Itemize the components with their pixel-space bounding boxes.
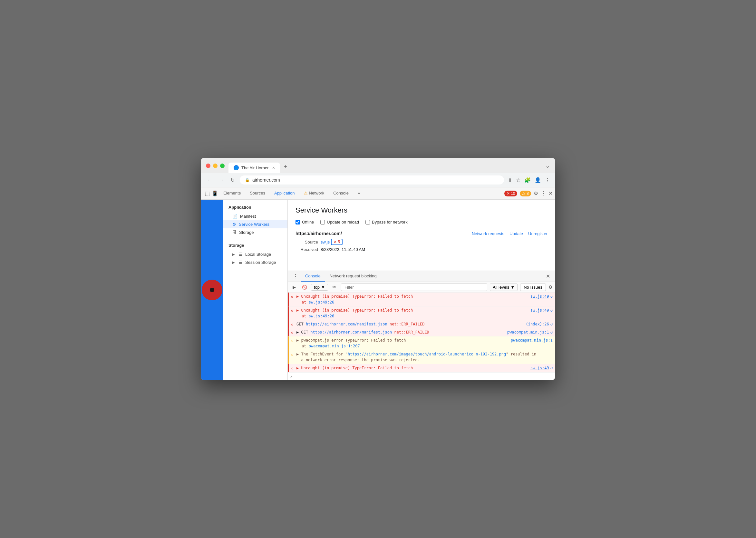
manifest-icon: 📄 bbox=[232, 214, 238, 219]
log-get-3: ▶ GET bbox=[297, 330, 310, 335]
log-reload-0[interactable]: ↺ bbox=[550, 294, 553, 299]
error-count-badge[interactable]: ✕ 10 bbox=[504, 190, 517, 196]
log-url-2[interactable]: https://airhorner.com/manifest.json bbox=[306, 322, 387, 326]
bypass-checkbox[interactable] bbox=[365, 220, 370, 225]
log-reload-1[interactable]: ↺ bbox=[550, 307, 553, 313]
sidebar-local-storage-label: Local Storage bbox=[245, 252, 271, 257]
update-link[interactable]: Update bbox=[509, 231, 523, 236]
log-text-5: ▶ The FetchEvent for "https://airhorner.… bbox=[297, 352, 536, 362]
log-link-4[interactable]: pwacompat.min.js:1:207 bbox=[309, 344, 360, 349]
devtools-more-icon[interactable]: ⋮ bbox=[541, 190, 546, 196]
error-icon-0: ✕ bbox=[291, 294, 293, 299]
offline-checkbox[interactable] bbox=[296, 220, 300, 225]
log-reload-2[interactable]: ↺ bbox=[550, 321, 553, 327]
execute-button[interactable]: ▶ bbox=[290, 283, 298, 291]
context-selector[interactable]: top ▼ bbox=[311, 284, 328, 291]
share-icon[interactable]: ⬆ bbox=[508, 177, 512, 183]
bookmark-icon[interactable]: ☆ bbox=[516, 177, 520, 183]
warn-badge-icon: ⚠ bbox=[522, 191, 526, 196]
log-content-1: ▶ Uncaught (in promise) TypeError: Faile… bbox=[297, 307, 525, 319]
error-icon-2: ✕ bbox=[291, 322, 293, 327]
sidebar-item-service-workers[interactable]: ⚙ Service Workers bbox=[223, 220, 287, 228]
traffic-light-yellow[interactable] bbox=[213, 164, 217, 168]
log-url-3[interactable]: https://airhorner.com/manifest.json bbox=[310, 330, 392, 335]
network-requests-link[interactable]: Network requests bbox=[472, 231, 504, 236]
tab-more[interactable]: » bbox=[353, 188, 364, 199]
new-tab-button[interactable]: + bbox=[280, 161, 291, 173]
sw-received-row: Received 8/23/2022, 11:51:40 AM bbox=[296, 247, 547, 252]
error-count-badge-source[interactable]: ✕ 5 bbox=[331, 239, 343, 245]
log-source-4[interactable]: pwacompat.min.js:1 bbox=[506, 337, 553, 343]
address-input-box[interactable]: 🔒 airhorner.com bbox=[240, 176, 504, 185]
devtools-close-icon[interactable]: ✕ bbox=[548, 190, 553, 196]
profile-icon[interactable]: 👤 bbox=[535, 177, 541, 183]
clear-console-button[interactable]: 🚫 bbox=[301, 283, 308, 291]
log-source-2[interactable]: (index):26 bbox=[521, 321, 549, 327]
lock-icon: 🔒 bbox=[245, 178, 250, 182]
sidebar-item-local-storage[interactable]: ▶ ☰ Local Storage bbox=[223, 250, 287, 258]
devtools-inspect-icon[interactable]: ⬚ bbox=[203, 189, 211, 197]
tab-close-button[interactable]: × bbox=[272, 165, 275, 170]
console-tab-console[interactable]: Console bbox=[301, 271, 325, 282]
offline-option[interactable]: Offline bbox=[296, 220, 314, 225]
log-source-3[interactable]: pwacompat.min.js:1 bbox=[502, 329, 549, 335]
console-menu-button[interactable]: ⋮ bbox=[290, 271, 301, 281]
sidebar-item-session-storage[interactable]: ▶ ☰ Session Storage bbox=[223, 258, 287, 266]
update-on-reload-checkbox[interactable] bbox=[320, 220, 325, 225]
sw-source-file-link[interactable]: sw.js bbox=[321, 240, 330, 244]
browser-tab[interactable]: 🌐 The Air Horner × bbox=[228, 163, 280, 173]
bypass-option[interactable]: Bypass for network bbox=[365, 220, 408, 225]
log-link-0[interactable]: sw.js:49:26 bbox=[309, 300, 334, 304]
devtools-mobile-icon[interactable]: 📱 bbox=[211, 189, 219, 197]
error-badge-icon: ✕ bbox=[506, 191, 510, 196]
reload-button[interactable]: ↻ bbox=[229, 176, 236, 185]
tab-sources[interactable]: Sources bbox=[245, 188, 270, 199]
record-button[interactable] bbox=[202, 280, 222, 300]
console-close-button[interactable]: ✕ bbox=[543, 271, 553, 281]
tab-console[interactable]: Console bbox=[329, 188, 353, 199]
unregister-link[interactable]: Unregister bbox=[528, 231, 547, 236]
log-link-1[interactable]: sw.js:49:26 bbox=[309, 314, 334, 318]
tab-elements[interactable]: Elements bbox=[219, 188, 245, 199]
extension-icon[interactable]: 🧩 bbox=[524, 177, 531, 183]
console-settings-icon[interactable]: ⚙ bbox=[548, 285, 553, 290]
log-source-0[interactable]: sw.js:49 bbox=[525, 294, 549, 299]
log-content-5: ▶ The FetchEvent for "https://airhorner.… bbox=[297, 351, 553, 363]
log-reload-3[interactable]: ↺ bbox=[550, 329, 553, 335]
log-source-6[interactable]: sw.js:49 bbox=[525, 365, 549, 371]
sidebar-storage-heading: Storage bbox=[223, 240, 287, 250]
traffic-light-red[interactable] bbox=[206, 164, 211, 168]
menu-icon[interactable]: ⋮ bbox=[545, 177, 550, 183]
console-panel: ⋮ Console Network request blocking ✕ ▶ 🚫… bbox=[288, 271, 555, 380]
forward-button[interactable]: → bbox=[217, 176, 225, 184]
warning-count-badge[interactable]: ⚠ 8 bbox=[520, 190, 531, 196]
sidebar-service-workers-label: Service Workers bbox=[239, 222, 269, 227]
no-issues-button[interactable]: No Issues bbox=[520, 284, 546, 291]
sidebar-item-manifest[interactable]: 📄 Manifest bbox=[223, 212, 287, 220]
sidebar-application-heading: Application bbox=[223, 202, 287, 212]
console-tab-network-blocking[interactable]: Network request blocking bbox=[325, 271, 381, 282]
log-entry-4: ⚠ ▶ pwacompat.js error TypeError: Failed… bbox=[288, 336, 555, 350]
main-panel: Service Workers Offline Update on reload bbox=[288, 200, 555, 380]
window-dropdown-button[interactable]: ⌄ bbox=[545, 162, 550, 169]
levels-dropdown[interactable]: All levels ▼ bbox=[490, 284, 518, 291]
console-filter-input[interactable] bbox=[341, 284, 487, 291]
eye-icon-button[interactable]: 👁 bbox=[331, 283, 338, 291]
log-link-6[interactable]: sw.js:49:26 bbox=[309, 372, 334, 372]
tab-network[interactable]: ⚠ Network bbox=[299, 188, 329, 199]
fetch-url-5[interactable]: https://airhorner.com/images/touch/andro… bbox=[348, 352, 506, 356]
log-source-1[interactable]: sw.js:49 bbox=[525, 307, 549, 313]
local-storage-icon: ☰ bbox=[239, 252, 243, 257]
update-on-reload-option[interactable]: Update on reload bbox=[320, 220, 359, 225]
traffic-light-green[interactable] bbox=[220, 164, 225, 168]
error-x-icon: ✕ bbox=[334, 240, 337, 244]
sw-source-label: Source bbox=[296, 240, 318, 244]
tab-application[interactable]: Application bbox=[270, 188, 299, 199]
console-input[interactable] bbox=[295, 374, 553, 379]
back-button[interactable]: ← bbox=[206, 176, 213, 184]
log-entry-6: ✕ ▶ Uncaught (in promise) TypeError: Fai… bbox=[288, 364, 555, 372]
warn-count: 8 bbox=[527, 191, 529, 196]
devtools-settings-icon[interactable]: ⚙ bbox=[534, 190, 538, 196]
sidebar-item-storage[interactable]: 🗄 Storage bbox=[223, 228, 287, 237]
log-reload-6[interactable]: ↺ bbox=[550, 365, 553, 371]
